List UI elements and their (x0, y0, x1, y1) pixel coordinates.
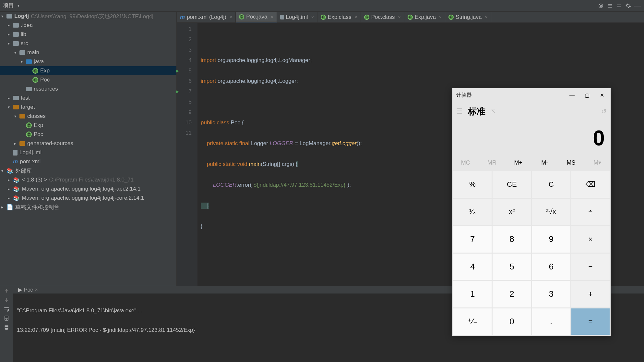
key-0[interactable]: 0 (493, 308, 531, 335)
project-tree[interactable]: ▾Log4jC:\Users\Yang_99\Desktop\安迅2021\NC… (0, 12, 177, 286)
mem-mr: MR (479, 155, 505, 170)
key-3[interactable]: 3 (532, 281, 570, 307)
close-icon[interactable]: × (230, 15, 232, 20)
mem-ms[interactable]: MS (558, 155, 584, 170)
close-icon[interactable]: × (270, 14, 273, 19)
scroll-icon[interactable] (4, 315, 9, 321)
tree-poc-class[interactable]: CPoc (0, 75, 176, 84)
close-icon[interactable]: ✕ (594, 90, 609, 100)
hamburger-icon[interactable]: ☰ (456, 107, 463, 116)
key-plus[interactable]: + (571, 281, 610, 307)
calculator-keypad: % CE C ⌫ ¹⁄ₓ x² ²√x ÷ 7 8 9 × 4 5 6 − 1 … (452, 170, 611, 336)
console-line (17, 345, 640, 355)
tree-generated[interactable]: ▸generated-sources (0, 139, 176, 148)
key-8[interactable]: 8 (493, 226, 531, 253)
tree-mvn2[interactable]: ▸📚Maven: org.apache.logging.log4j:log4j-… (0, 193, 176, 203)
tree-idea[interactable]: ▸.idea (0, 21, 176, 30)
soft-wrap-icon[interactable] (4, 306, 9, 312)
up-arrow-icon[interactable] (4, 288, 9, 294)
tab-pom[interactable]: mpom.xml (Log4j)× (177, 12, 236, 22)
key-5[interactable]: 5 (493, 254, 531, 280)
minimize-panel-icon[interactable]: — (634, 2, 641, 9)
editor-tabs: mpom.xml (Log4j)× CPoc.java× Log4j.iml× … (177, 12, 644, 23)
tab-poc-class[interactable]: CPoc.class× (361, 12, 404, 22)
pin-icon[interactable]: ⇱ (491, 108, 495, 115)
tab-string-java[interactable]: CString.java× (445, 12, 491, 22)
project-dropdown[interactable]: 项目 (3, 2, 14, 9)
tree-ext-libs[interactable]: ▾📚外部库 (0, 166, 176, 175)
key-multiply[interactable]: × (571, 226, 610, 253)
run-toolbar (0, 286, 13, 362)
down-arrow-icon[interactable] (4, 297, 9, 303)
tree-poc-compiled[interactable]: CPoc (0, 130, 176, 139)
tab-log4j-iml[interactable]: Log4j.iml× (277, 12, 317, 22)
memory-row: MC MR M+ M- MS M▾ (452, 155, 611, 170)
mem-mc: MC (452, 155, 479, 170)
tree-lib[interactable]: ▸lib (0, 30, 176, 39)
calculator-mode: 标准 (468, 106, 485, 117)
svg-point-1 (600, 5, 602, 6)
key-1[interactable]: 1 (453, 281, 492, 307)
close-icon[interactable]: × (485, 15, 487, 20)
tree-jdk[interactable]: ▸📚< 1.8 (3) >C:\Program Files\Java\jdk1.… (0, 175, 176, 184)
chevron-down-icon[interactable]: ▼ (17, 4, 20, 7)
tree-mvn1[interactable]: ▸📚Maven: org.apache.logging.log4j:log4j-… (0, 184, 176, 193)
key-2[interactable]: 2 (493, 281, 531, 307)
key-decimal[interactable]: . (532, 308, 570, 335)
key-negate[interactable]: ⁺⁄₋ (453, 308, 492, 335)
key-percent[interactable]: % (453, 171, 492, 198)
calculator-title: 计算器 (456, 92, 565, 99)
key-7[interactable]: 7 (453, 226, 492, 253)
tree-iml[interactable]: Log4j.iml (0, 148, 176, 157)
tab-exp-class[interactable]: CExp.class× (317, 12, 361, 22)
key-reciprocal[interactable]: ¹⁄ₓ (453, 199, 492, 225)
key-ce[interactable]: CE (493, 171, 531, 198)
target-icon[interactable] (598, 3, 604, 9)
history-icon[interactable]: ↺ (601, 107, 607, 115)
key-sqrt[interactable]: ²√x (532, 199, 570, 225)
key-divide[interactable]: ÷ (571, 199, 610, 225)
close-icon[interactable]: × (398, 15, 401, 20)
tab-exp-java[interactable]: CExp.java× (404, 12, 445, 22)
key-6[interactable]: 6 (532, 254, 570, 280)
tree-target[interactable]: ▾target (0, 103, 176, 112)
key-9[interactable]: 9 (532, 226, 570, 253)
mem-mlist: M▾ (584, 155, 611, 170)
key-backspace[interactable]: ⌫ (571, 171, 610, 198)
expand-icon[interactable] (607, 3, 613, 9)
tree-pom[interactable]: mpom.xml (0, 157, 176, 166)
tab-poc-java[interactable]: CPoc.java× (236, 12, 277, 22)
tree-exp-class[interactable]: CExp (0, 66, 176, 75)
toolbar: 项目 ▼ — (0, 0, 644, 12)
print-icon[interactable] (4, 324, 9, 330)
key-minus[interactable]: − (571, 254, 610, 280)
calculator-window[interactable]: 计算器 — ▢ ✕ ☰ 标准 ⇱ ↺ 0 MC MR M+ M- MS M▾ %… (452, 88, 611, 336)
tree-src[interactable]: ▾src (0, 39, 176, 48)
close-icon[interactable]: × (439, 15, 442, 20)
close-icon[interactable]: × (355, 15, 357, 20)
tree-java[interactable]: ▾java (0, 57, 176, 66)
svg-point-0 (599, 4, 603, 8)
gear-icon[interactable] (625, 3, 631, 9)
tree-scratches[interactable]: ▸📄草稿文件和控制台 (0, 203, 176, 212)
collapse-icon[interactable] (616, 3, 622, 9)
key-4[interactable]: 4 (453, 254, 492, 280)
tree-test[interactable]: ▸test (0, 94, 176, 103)
tree-main[interactable]: ▾main (0, 48, 176, 57)
project-root[interactable]: ▾Log4jC:\Users\Yang_99\Desktop\安迅2021\NC… (0, 12, 176, 21)
key-square[interactable]: x² (493, 199, 531, 225)
mem-mminus[interactable]: M- (531, 155, 558, 170)
close-icon[interactable]: × (311, 15, 314, 20)
key-equals[interactable]: = (571, 308, 610, 335)
tree-resources[interactable]: resources (0, 84, 176, 94)
close-icon[interactable]: × (35, 287, 38, 293)
tree-exp-compiled[interactable]: CExp (0, 121, 176, 130)
mem-mplus[interactable]: M+ (505, 155, 531, 170)
svg-rect-8 (5, 327, 8, 329)
key-c[interactable]: C (532, 171, 570, 198)
calculator-titlebar[interactable]: 计算器 — ▢ ✕ (452, 88, 611, 102)
minimize-icon[interactable]: — (565, 90, 579, 100)
run-tab-poc[interactable]: ▶Poc× (15, 286, 41, 293)
tree-classes[interactable]: ▾classes (0, 112, 176, 121)
maximize-icon[interactable]: ▢ (579, 90, 594, 100)
